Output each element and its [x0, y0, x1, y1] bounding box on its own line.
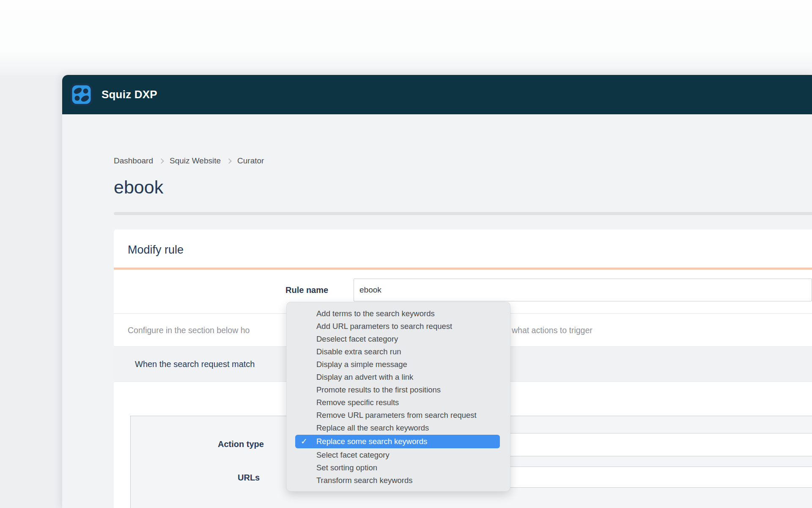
action-type-menu: Add terms to the search keywordsAdd URL … — [286, 302, 510, 491]
chevron-right-icon — [159, 158, 164, 164]
breadcrumb: Dashboard Squiz Website Curator — [114, 155, 264, 167]
menu-item[interactable]: Transform search keywords — [287, 474, 510, 487]
menu-item[interactable]: Remove specific results — [287, 396, 510, 409]
app-title: Squiz DXP — [102, 75, 157, 114]
rule-name-input[interactable] — [354, 279, 812, 301]
menu-item[interactable]: Select facet category — [287, 449, 510, 461]
page-title: ebook — [114, 177, 163, 198]
page-top-band — [0, 0, 812, 75]
menu-item-label: Replace some search keywords — [316, 435, 427, 448]
card-heading: Modify rule — [128, 243, 184, 257]
menu-item-selected[interactable]: ✓Replace some search keywords — [295, 435, 500, 448]
configure-hint-text-left: Configure in the section below ho — [128, 326, 250, 335]
menu-item[interactable]: Add URL parameters to search request — [287, 320, 510, 333]
check-icon: ✓ — [299, 435, 309, 448]
action-type-label: Action type — [218, 439, 264, 449]
menu-item[interactable]: Promote results to the first positions — [287, 384, 510, 396]
breadcrumb-item-squiz-website[interactable]: Squiz Website — [170, 156, 221, 166]
menu-item[interactable]: Remove URL parameters from search reques… — [287, 409, 510, 422]
menu-item[interactable]: Replace all the search keywords — [287, 422, 510, 434]
menu-item[interactable]: Set sorting option — [287, 461, 510, 474]
menu-item[interactable]: Display a simple message — [287, 358, 510, 371]
menu-item[interactable]: Disable extra search run — [287, 345, 510, 358]
urls-label: URLs — [238, 473, 260, 483]
accent-bar — [114, 268, 812, 270]
menu-item[interactable]: Add terms to the search keywords — [287, 307, 510, 320]
title-divider — [114, 212, 812, 215]
configure-hint-text-right: what actions to trigger — [512, 326, 593, 335]
when-section-title: When the search request match — [135, 359, 255, 369]
menu-item[interactable]: Deselect facet category — [287, 333, 510, 345]
squiz-logo-icon — [70, 83, 93, 106]
app-header: Squiz DXP — [62, 75, 812, 114]
breadcrumb-item-curator[interactable]: Curator — [237, 156, 264, 166]
page-background: Squiz DXP Dashboard Squiz Website Curato… — [0, 0, 812, 508]
breadcrumb-item-dashboard[interactable]: Dashboard — [114, 156, 153, 166]
rule-name-label: Rule name — [285, 285, 328, 295]
chevron-right-icon — [226, 158, 232, 164]
menu-item[interactable]: Display an advert with a link — [287, 371, 510, 384]
